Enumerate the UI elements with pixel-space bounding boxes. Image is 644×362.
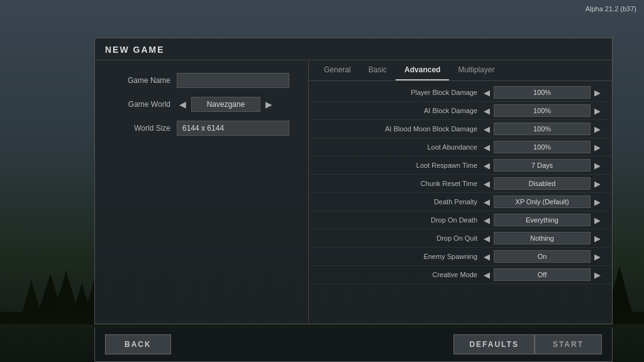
setting-prev-button[interactable]: ◀ (482, 216, 491, 225)
version-label: Alpha 21.2 (b37) (586, 5, 636, 13)
setting-value: On (494, 250, 591, 263)
setting-value: XP Only (Default) (494, 195, 591, 208)
setting-prev-button[interactable]: ◀ (482, 124, 491, 134)
setting-control: ◀Everything▶ (482, 214, 602, 226)
main-panel: NEW GAME Game Name Game World ◀ Navezgan… (94, 38, 613, 324)
setting-next-button[interactable]: ▶ (593, 197, 602, 207)
setting-next-button[interactable]: ▶ (593, 179, 602, 189)
setting-value: 100% (494, 141, 591, 153)
panel-content: Game Name Game World ◀ Navezgane ▶ World… (95, 60, 612, 324)
setting-row: Drop On Death◀Everything▶ (309, 211, 612, 229)
tab-basic[interactable]: Basic (360, 60, 396, 80)
setting-prev-button[interactable]: ◀ (482, 106, 491, 116)
right-section: GeneralBasicAdvancedMultiplayer Player B… (309, 60, 612, 324)
setting-next-button[interactable]: ▶ (593, 106, 602, 116)
setting-control: ◀Off▶ (482, 268, 602, 281)
action-buttons: DEFAULTS START (453, 334, 602, 354)
setting-label: Loot Respawn Time (314, 162, 482, 169)
setting-next-button[interactable]: ▶ (593, 252, 602, 261)
setting-control: ◀Nothing▶ (482, 232, 602, 244)
defaults-button[interactable]: DEFAULTS (453, 334, 534, 354)
setting-row: AI Block Damage◀100%▶ (309, 102, 612, 120)
setting-control: ◀XP Only (Default)▶ (482, 195, 602, 208)
setting-next-button[interactable]: ▶ (593, 270, 602, 280)
back-button[interactable]: BACK (105, 334, 171, 354)
setting-next-button[interactable]: ▶ (593, 161, 602, 170)
setting-label: Player Block Damage (314, 89, 482, 96)
world-size-label: World Size (114, 124, 170, 133)
setting-row: Enemy Spawning◀On▶ (309, 248, 612, 266)
setting-prev-button[interactable]: ◀ (482, 161, 491, 170)
game-world-label: Game World (114, 100, 170, 109)
settings-list: Player Block Damage◀100%▶AI Block Damage… (309, 81, 612, 324)
setting-control: ◀100%▶ (482, 141, 602, 153)
setting-label: Drop On Death (314, 216, 482, 224)
setting-row: AI Blood Moon Block Damage◀100%▶ (309, 120, 612, 138)
tabs-bar: GeneralBasicAdvancedMultiplayer (309, 60, 612, 81)
setting-label: Loot Abundance (314, 143, 482, 151)
tab-advanced[interactable]: Advanced (396, 60, 449, 80)
setting-row: Player Block Damage◀100%▶ (309, 84, 612, 102)
game-world-value: Navezgane (191, 97, 260, 112)
tab-general[interactable]: General (315, 60, 360, 80)
setting-label: Enemy Spawning (314, 253, 482, 260)
setting-value: 100% (494, 86, 591, 99)
setting-control: ◀100%▶ (482, 86, 602, 99)
game-name-input[interactable] (177, 73, 289, 88)
setting-prev-button[interactable]: ◀ (482, 88, 491, 97)
setting-row: Drop On Quit◀Nothing▶ (309, 229, 612, 248)
setting-row: Chunk Reset Time◀Disabled▶ (309, 175, 612, 193)
game-world-row: Game World ◀ Navezgane ▶ (114, 97, 289, 112)
setting-row: Creative Mode◀Off▶ (309, 266, 612, 284)
setting-prev-button[interactable]: ◀ (482, 252, 491, 261)
setting-label: Creative Mode (314, 271, 482, 278)
setting-row: Death Penalty◀XP Only (Default)▶ (309, 193, 612, 211)
setting-label: AI Block Damage (314, 107, 482, 114)
setting-prev-button[interactable]: ◀ (482, 234, 491, 243)
left-section: Game Name Game World ◀ Navezgane ▶ World… (95, 60, 309, 324)
setting-row: Loot Respawn Time◀7 Days▶ (309, 156, 612, 175)
setting-value: 100% (494, 123, 591, 135)
setting-prev-button[interactable]: ◀ (482, 197, 491, 207)
bottom-bar: BACK DEFAULTS START (94, 327, 613, 362)
setting-next-button[interactable]: ▶ (593, 124, 602, 134)
setting-value: Disabled (494, 177, 591, 190)
setting-control: ◀On▶ (482, 250, 602, 263)
setting-prev-button[interactable]: ◀ (482, 270, 491, 280)
game-world-control: ◀ Navezgane ▶ (177, 97, 289, 112)
setting-label: Chunk Reset Time (314, 180, 482, 187)
setting-value: Off (494, 268, 591, 281)
setting-prev-button[interactable]: ◀ (482, 143, 491, 152)
setting-value: 7 Days (494, 159, 591, 172)
setting-value: Nothing (494, 232, 591, 244)
setting-next-button[interactable]: ▶ (593, 234, 602, 243)
setting-label: AI Blood Moon Block Damage (314, 125, 482, 133)
setting-control: ◀100%▶ (482, 104, 602, 117)
setting-control: ◀Disabled▶ (482, 177, 602, 190)
setting-next-button[interactable]: ▶ (593, 216, 602, 225)
setting-label: Death Penalty (314, 198, 482, 206)
world-size-row: World Size 6144 x 6144 (114, 121, 289, 136)
start-button[interactable]: START (535, 334, 602, 354)
panel-title: NEW GAME (95, 38, 612, 60)
world-size-value: 6144 x 6144 (177, 121, 289, 136)
setting-prev-button[interactable]: ◀ (482, 179, 491, 189)
game-name-row: Game Name (114, 73, 289, 88)
setting-value: 100% (494, 104, 591, 117)
game-world-next-button[interactable]: ▶ (263, 100, 275, 109)
game-world-prev-button[interactable]: ◀ (177, 100, 189, 109)
setting-row: Loot Abundance◀100%▶ (309, 138, 612, 156)
tab-multiplayer[interactable]: Multiplayer (449, 60, 503, 80)
setting-next-button[interactable]: ▶ (593, 143, 602, 152)
setting-control: ◀100%▶ (482, 123, 602, 135)
game-name-label: Game Name (114, 76, 170, 85)
setting-value: Everything (494, 214, 591, 226)
setting-next-button[interactable]: ▶ (593, 88, 602, 97)
setting-control: ◀7 Days▶ (482, 159, 602, 172)
setting-label: Drop On Quit (314, 234, 482, 242)
